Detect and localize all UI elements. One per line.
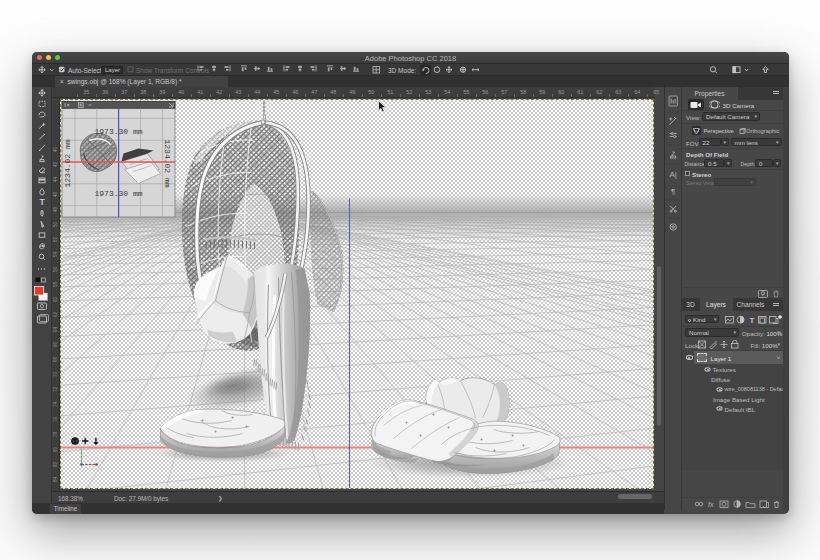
svg-text:¶: ¶	[671, 187, 675, 196]
svg-text:1234.02 mm: 1234.02 mm	[63, 139, 72, 187]
svg-text:1973.30 mm: 1973.30 mm	[94, 189, 142, 198]
svg-text:T: T	[749, 315, 754, 324]
svg-text:fx: fx	[708, 501, 714, 508]
svg-text:T: T	[39, 197, 45, 207]
svg-text:A|: A|	[669, 170, 676, 179]
svg-text:1973.30 mm: 1973.30 mm	[94, 126, 142, 135]
svg-text:1234.02 mm: 1234.02 mm	[163, 139, 172, 187]
